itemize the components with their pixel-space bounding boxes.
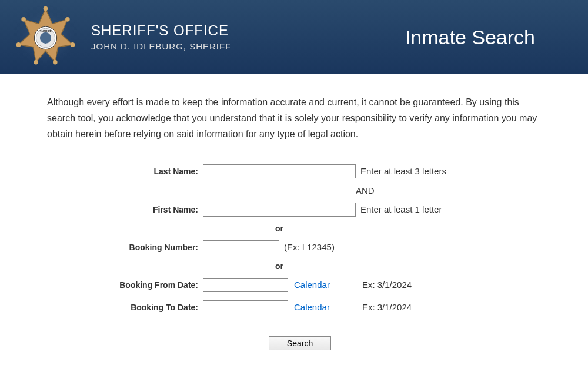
svg-point-6 (34, 60, 38, 65)
last-name-row: Last Name: Enter at least 3 letters (106, 163, 541, 180)
or-separator-2: or (203, 261, 356, 271)
search-button-row: Search (59, 336, 541, 350)
booking-to-input[interactable] (203, 300, 288, 314)
and-separator: AND (203, 185, 356, 195)
booking-to-example: Ex: 3/1/2024 (362, 302, 412, 312)
content-area: Although every effort is made to keep th… (0, 74, 588, 362)
first-name-row: First Name: Enter at least 1 letter (106, 201, 541, 218)
svg-point-8 (21, 17, 26, 22)
booking-number-hint: (Ex: L12345) (284, 242, 335, 252)
booking-from-input[interactable] (203, 278, 288, 292)
sheriff-name: JOHN D. IDLEBURG, SHERIFF (91, 41, 231, 51)
header-text-block: SHERIFF'S OFFICE JOHN D. IDLEBURG, SHERI… (91, 22, 231, 51)
first-name-input[interactable] (203, 203, 356, 217)
booking-number-row: Booking Number: (Ex: L12345) (106, 239, 541, 256)
first-name-label: First Name: (106, 205, 203, 214)
office-title: SHERIFF'S OFFICE (91, 22, 231, 39)
booking-to-label: Booking To Date: (106, 303, 203, 312)
booking-from-label: Booking From Date: (106, 280, 203, 290)
booking-number-input[interactable] (203, 240, 279, 254)
first-name-hint: Enter at least 1 letter (360, 204, 442, 214)
svg-point-4 (71, 42, 75, 47)
booking-from-row: Booking From Date: Calendar Ex: 3/1/2024 (106, 277, 541, 293)
booking-to-row: Booking To Date: Calendar Ex: 3/1/2024 (106, 299, 541, 316)
svg-point-11 (40, 32, 51, 44)
last-name-hint: Enter at least 3 letters (360, 166, 446, 176)
booking-from-calendar-link[interactable]: Calendar (294, 280, 330, 290)
svg-point-7 (16, 42, 21, 47)
search-form: Last Name: Enter at least 3 letters AND … (106, 163, 541, 350)
svg-text:SHERIFF: SHERIFF (39, 30, 52, 33)
last-name-label: Last Name: (106, 167, 203, 176)
svg-point-5 (53, 60, 58, 65)
svg-point-2 (44, 6, 48, 11)
or-separator-1: or (203, 224, 356, 233)
page-title: Inmate Search (405, 25, 535, 48)
disclaimer-text: Although every effort is made to keep th… (47, 94, 541, 142)
sheriff-badge-icon: SHERIFF (12, 3, 79, 71)
page-header: SHERIFF SHERIFF'S OFFICE JOHN D. IDLEBUR… (0, 0, 588, 74)
svg-point-3 (65, 17, 70, 22)
booking-to-calendar-link[interactable]: Calendar (294, 302, 330, 312)
booking-number-label: Booking Number: (106, 243, 203, 252)
search-button[interactable]: Search (269, 336, 331, 350)
last-name-input[interactable] (203, 164, 356, 178)
booking-from-example: Ex: 3/1/2024 (362, 280, 412, 290)
